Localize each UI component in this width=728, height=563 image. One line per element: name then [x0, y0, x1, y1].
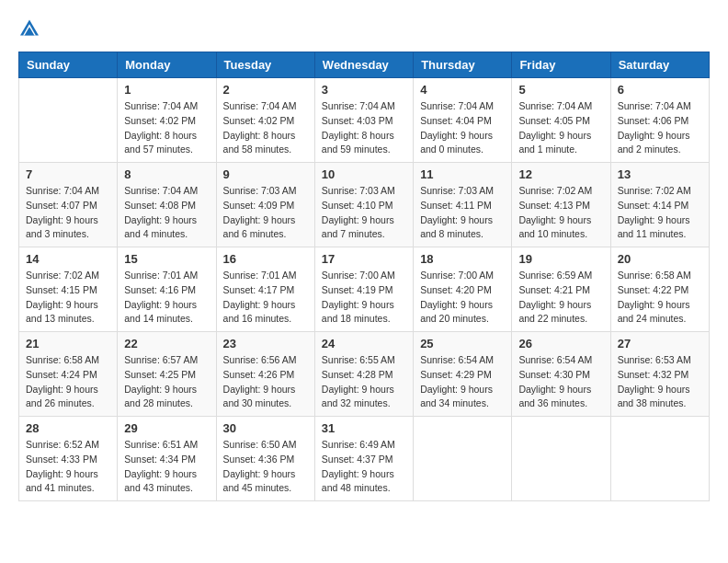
header-monday: Monday: [118, 52, 216, 78]
table-row: 8Sunrise: 7:04 AMSunset: 4:08 PMDaylight…: [118, 163, 216, 247]
day-number: 14: [26, 252, 110, 266]
day-number: 7: [26, 167, 110, 181]
header-saturday: Saturday: [610, 52, 709, 78]
table-row: 11Sunrise: 7:03 AMSunset: 4:11 PMDayligh…: [414, 163, 512, 247]
day-number: 11: [420, 167, 505, 181]
table-row: 14Sunrise: 7:02 AMSunset: 4:15 PMDayligh…: [19, 247, 118, 332]
table-row: 6Sunrise: 7:04 AMSunset: 4:06 PMDaylight…: [610, 78, 709, 163]
day-number: 6: [618, 83, 702, 97]
table-row: 24Sunrise: 6:55 AMSunset: 4:28 PMDayligh…: [314, 332, 413, 417]
day-info: Sunrise: 7:03 AMSunset: 4:10 PMDaylight:…: [322, 184, 406, 242]
table-row: 20Sunrise: 6:58 AMSunset: 4:22 PMDayligh…: [610, 247, 709, 332]
page-header: [18, 18, 710, 37]
day-number: 26: [518, 337, 603, 350]
day-info: Sunrise: 7:01 AMSunset: 4:16 PMDaylight:…: [124, 269, 209, 327]
day-info: Sunrise: 6:57 AMSunset: 4:25 PMDaylight:…: [124, 353, 209, 411]
day-info: Sunrise: 6:51 AMSunset: 4:34 PMDaylight:…: [124, 438, 209, 496]
day-info: Sunrise: 6:58 AMSunset: 4:24 PMDaylight:…: [26, 353, 110, 411]
day-number: 18: [420, 252, 505, 266]
day-number: 27: [618, 337, 702, 350]
day-info: Sunrise: 7:00 AMSunset: 4:20 PMDaylight:…: [420, 269, 505, 327]
day-info: Sunrise: 7:04 AMSunset: 4:02 PMDaylight:…: [223, 99, 308, 157]
day-number: 4: [420, 83, 505, 97]
day-number: 16: [223, 252, 308, 266]
day-number: 1: [124, 83, 209, 97]
table-row: 16Sunrise: 7:01 AMSunset: 4:17 PMDayligh…: [216, 247, 314, 332]
day-info: Sunrise: 7:04 AMSunset: 4:04 PMDaylight:…: [420, 99, 505, 157]
day-info: Sunrise: 6:50 AMSunset: 4:36 PMDaylight:…: [223, 438, 308, 496]
calendar-week-row: 1Sunrise: 7:04 AMSunset: 4:02 PMDaylight…: [19, 78, 710, 163]
day-info: Sunrise: 7:01 AMSunset: 4:17 PMDaylight:…: [223, 269, 308, 327]
day-info: Sunrise: 7:02 AMSunset: 4:13 PMDaylight:…: [518, 184, 603, 242]
table-row: 15Sunrise: 7:01 AMSunset: 4:16 PMDayligh…: [118, 247, 216, 332]
day-number: 9: [223, 167, 308, 181]
table-row: 10Sunrise: 7:03 AMSunset: 4:10 PMDayligh…: [314, 163, 413, 247]
day-number: 12: [518, 167, 603, 181]
table-row: 4Sunrise: 7:04 AMSunset: 4:04 PMDaylight…: [414, 78, 512, 163]
day-info: Sunrise: 7:04 AMSunset: 4:02 PMDaylight:…: [124, 99, 209, 157]
day-info: Sunrise: 6:53 AMSunset: 4:32 PMDaylight:…: [618, 353, 702, 411]
table-row: 13Sunrise: 7:02 AMSunset: 4:14 PMDayligh…: [610, 163, 709, 247]
day-number: 15: [124, 252, 209, 266]
day-number: 31: [322, 421, 406, 435]
table-row: 25Sunrise: 6:54 AMSunset: 4:29 PMDayligh…: [414, 332, 512, 417]
table-row: 12Sunrise: 7:02 AMSunset: 4:13 PMDayligh…: [512, 163, 610, 247]
header-tuesday: Tuesday: [216, 52, 314, 78]
table-row: 9Sunrise: 7:03 AMSunset: 4:09 PMDaylight…: [216, 163, 314, 247]
day-info: Sunrise: 7:03 AMSunset: 4:11 PMDaylight:…: [420, 184, 505, 242]
table-row: 17Sunrise: 7:00 AMSunset: 4:19 PMDayligh…: [314, 247, 413, 332]
day-number: 8: [124, 167, 209, 181]
day-number: 24: [322, 337, 406, 350]
day-info: Sunrise: 7:04 AMSunset: 4:07 PMDaylight:…: [26, 184, 110, 242]
day-info: Sunrise: 6:56 AMSunset: 4:26 PMDaylight:…: [223, 353, 308, 411]
day-number: 23: [223, 337, 308, 350]
day-number: 22: [124, 337, 209, 350]
day-number: 2: [223, 83, 308, 97]
day-number: 21: [26, 337, 110, 350]
day-number: 25: [420, 337, 505, 350]
day-info: Sunrise: 7:02 AMSunset: 4:15 PMDaylight:…: [26, 269, 110, 327]
day-info: Sunrise: 6:58 AMSunset: 4:22 PMDaylight:…: [618, 269, 702, 327]
calendar-week-row: 14Sunrise: 7:02 AMSunset: 4:15 PMDayligh…: [19, 247, 710, 332]
table-row: [19, 78, 118, 163]
table-row: 2Sunrise: 7:04 AMSunset: 4:02 PMDaylight…: [216, 78, 314, 163]
day-info: Sunrise: 7:04 AMSunset: 4:03 PMDaylight:…: [322, 99, 406, 157]
table-row: 1Sunrise: 7:04 AMSunset: 4:02 PMDaylight…: [118, 78, 216, 163]
header-thursday: Thursday: [414, 52, 512, 78]
table-row: 27Sunrise: 6:53 AMSunset: 4:32 PMDayligh…: [610, 332, 709, 417]
table-row: 23Sunrise: 6:56 AMSunset: 4:26 PMDayligh…: [216, 332, 314, 417]
logo: [18, 18, 48, 37]
table-row: 5Sunrise: 7:04 AMSunset: 4:05 PMDaylight…: [512, 78, 610, 163]
calendar-week-row: 21Sunrise: 6:58 AMSunset: 4:24 PMDayligh…: [19, 332, 710, 417]
day-info: Sunrise: 7:03 AMSunset: 4:09 PMDaylight:…: [223, 184, 308, 242]
table-row: 30Sunrise: 6:50 AMSunset: 4:36 PMDayligh…: [216, 417, 314, 501]
calendar-week-row: 28Sunrise: 6:52 AMSunset: 4:33 PMDayligh…: [19, 417, 710, 501]
day-info: Sunrise: 7:00 AMSunset: 4:19 PMDaylight:…: [322, 269, 406, 327]
day-info: Sunrise: 7:02 AMSunset: 4:14 PMDaylight:…: [618, 184, 702, 242]
day-number: 17: [322, 252, 406, 266]
logo-icon: [18, 18, 40, 37]
table-row: 7Sunrise: 7:04 AMSunset: 4:07 PMDaylight…: [19, 163, 118, 247]
day-info: Sunrise: 6:49 AMSunset: 4:37 PMDaylight:…: [322, 438, 406, 496]
table-row: 21Sunrise: 6:58 AMSunset: 4:24 PMDayligh…: [19, 332, 118, 417]
weekday-header-row: Sunday Monday Tuesday Wednesday Thursday…: [19, 52, 710, 78]
day-info: Sunrise: 6:55 AMSunset: 4:28 PMDaylight:…: [322, 353, 406, 411]
calendar-week-row: 7Sunrise: 7:04 AMSunset: 4:07 PMDaylight…: [19, 163, 710, 247]
day-number: 19: [518, 252, 603, 266]
day-info: Sunrise: 6:59 AMSunset: 4:21 PMDaylight:…: [518, 269, 603, 327]
table-row: 31Sunrise: 6:49 AMSunset: 4:37 PMDayligh…: [314, 417, 413, 501]
header-wednesday: Wednesday: [314, 52, 413, 78]
table-row: [414, 417, 512, 501]
header-sunday: Sunday: [19, 52, 118, 78]
table-row: 19Sunrise: 6:59 AMSunset: 4:21 PMDayligh…: [512, 247, 610, 332]
calendar-table: Sunday Monday Tuesday Wednesday Thursday…: [18, 52, 710, 501]
table-row: 28Sunrise: 6:52 AMSunset: 4:33 PMDayligh…: [19, 417, 118, 501]
day-info: Sunrise: 6:54 AMSunset: 4:29 PMDaylight:…: [420, 353, 505, 411]
day-number: 30: [223, 421, 308, 435]
table-row: 3Sunrise: 7:04 AMSunset: 4:03 PMDaylight…: [314, 78, 413, 163]
day-number: 29: [124, 421, 209, 435]
day-number: 13: [618, 167, 702, 181]
table-row: 26Sunrise: 6:54 AMSunset: 4:30 PMDayligh…: [512, 332, 610, 417]
day-number: 5: [518, 83, 603, 97]
day-number: 20: [618, 252, 702, 266]
